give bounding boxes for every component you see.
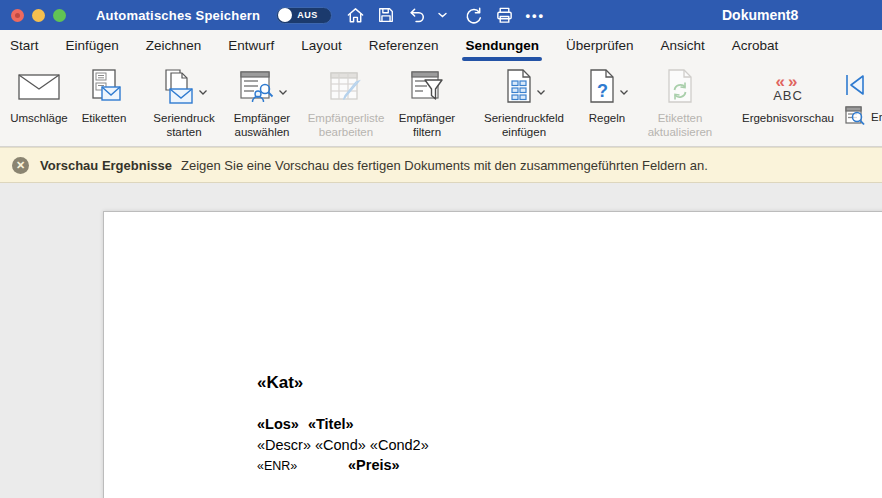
tab-ansicht[interactable]: Ansicht: [661, 30, 705, 61]
save-icon[interactable]: [375, 4, 397, 26]
merge-field-los-titel[interactable]: «Los»«Titel»: [257, 416, 354, 432]
envelope-icon: [17, 73, 61, 105]
merge-field-preis: «Preis»: [348, 457, 400, 473]
tab-ueberpruefen[interactable]: Überprüfen: [566, 30, 634, 61]
empfaengerliste-bearbeiten-button: Empfängerliste bearbeiten: [300, 64, 392, 144]
window-controls: [11, 9, 66, 22]
autosave-toggle[interactable]: AUS: [276, 7, 332, 24]
tab-einfuegen[interactable]: Einfügen: [66, 30, 119, 61]
title-bar: Automatisches Speichern AUS: [0, 0, 882, 30]
rules-icon: ?: [587, 68, 617, 110]
merge-field-kat[interactable]: «Kat»: [257, 373, 303, 393]
svg-text:?: ?: [597, 81, 608, 101]
seriendruckfeld-einfuegen-button[interactable]: Seriendruckfeld einfügen: [472, 64, 576, 144]
merge-field-enr-preis[interactable]: «ENR»«Preis»: [257, 459, 477, 473]
close-window-button[interactable]: [11, 9, 24, 22]
etiketten-aktualisieren-button: Etiketten aktualisieren: [638, 64, 722, 144]
dismiss-message-icon[interactable]: ✕: [12, 157, 29, 174]
dropdown-chevron-icon: [199, 81, 207, 99]
home-icon[interactable]: [344, 4, 366, 26]
first-record-icon[interactable]: [844, 73, 866, 101]
regeln-button[interactable]: ? Regeln: [576, 64, 638, 144]
ribbon-group-ergebnisvorschau: «» ABC Ergebnisvorschau: [732, 64, 882, 144]
dropdown-chevron-icon: [620, 81, 628, 99]
start-mail-merge-icon: [162, 68, 196, 110]
dropdown-chevron-icon: [537, 81, 545, 99]
autosave-label: Automatisches Speichern: [96, 8, 260, 23]
ribbon-group-erstellen: Umschläge Etiketten: [4, 64, 134, 144]
document-title: Dokument8: [722, 0, 798, 30]
tab-start[interactable]: Start: [10, 30, 39, 61]
empfaenger-auswaehlen-button[interactable]: Empfänger auswählen: [224, 64, 300, 144]
labels-icon: [86, 69, 122, 109]
find-recipient-icon: [844, 105, 866, 131]
autosave-toggle-knob: [278, 8, 292, 22]
ribbon-tab-bar: Start Einfügen Zeichnen Entwurf Layout R…: [0, 30, 882, 61]
minimize-window-button[interactable]: [32, 9, 45, 22]
update-labels-icon: [665, 68, 695, 110]
tab-entwurf[interactable]: Entwurf: [228, 30, 274, 61]
redo-icon[interactable]: [462, 4, 484, 26]
record-navigation: Empfänger suchen: [844, 64, 882, 144]
umschlaege-button[interactable]: Umschläge: [4, 64, 74, 144]
undo-dropdown-chevron-icon[interactable]: [431, 4, 453, 26]
print-icon[interactable]: [493, 4, 515, 26]
zoom-window-button[interactable]: [53, 9, 66, 22]
autosave-toggle-state: AUS: [297, 10, 318, 20]
seriendruck-starten-button[interactable]: Seriendruck starten: [144, 64, 224, 144]
merge-field-descr-cond[interactable]: «Descr» «Cond» «Cond2»: [257, 437, 429, 453]
empfaenger-filtern-button[interactable]: Empfänger filtern: [392, 64, 462, 144]
etiketten-button[interactable]: Etiketten: [74, 64, 134, 144]
select-recipients-icon: [238, 69, 276, 109]
status-message-bar: ✕ Vorschau Ergebnisse Zeigen Sie eine Vo…: [0, 147, 882, 183]
message-title: Vorschau Ergebnisse: [40, 158, 172, 173]
ribbon-group-seriendruck-starten: Seriendruck starten: [144, 64, 462, 144]
message-text: Zeigen Sie eine Vorschau des fertigen Do…: [181, 158, 708, 173]
tab-layout[interactable]: Layout: [301, 30, 342, 61]
dropdown-chevron-icon: [279, 81, 287, 99]
document-page[interactable]: [103, 211, 882, 498]
empfaenger-suchen-button[interactable]: Empfänger suchen: [844, 105, 882, 131]
insert-merge-field-icon: [504, 68, 534, 110]
tab-zeichnen[interactable]: Zeichnen: [146, 30, 202, 61]
document-canvas: «Kat» «Los»«Titel» «Descr» «Cond» «Cond2…: [0, 183, 882, 498]
tab-acrobat[interactable]: Acrobat: [732, 30, 779, 61]
edit-recipient-list-icon: [327, 69, 365, 109]
undo-icon[interactable]: [406, 4, 428, 26]
tab-sendungen[interactable]: Sendungen: [465, 30, 539, 61]
filter-recipients-icon: [408, 69, 446, 109]
more-commands-icon[interactable]: •••: [524, 4, 546, 26]
tab-referenzen[interactable]: Referenzen: [369, 30, 439, 61]
preview-results-icon: «» ABC: [773, 75, 803, 103]
ribbon-group-felder: Seriendruckfeld einfügen ? Regeln: [472, 64, 722, 144]
ergebnisvorschau-button[interactable]: «» ABC Ergebnisvorschau: [732, 64, 844, 144]
ribbon: Umschläge Etiketten: [0, 61, 882, 147]
